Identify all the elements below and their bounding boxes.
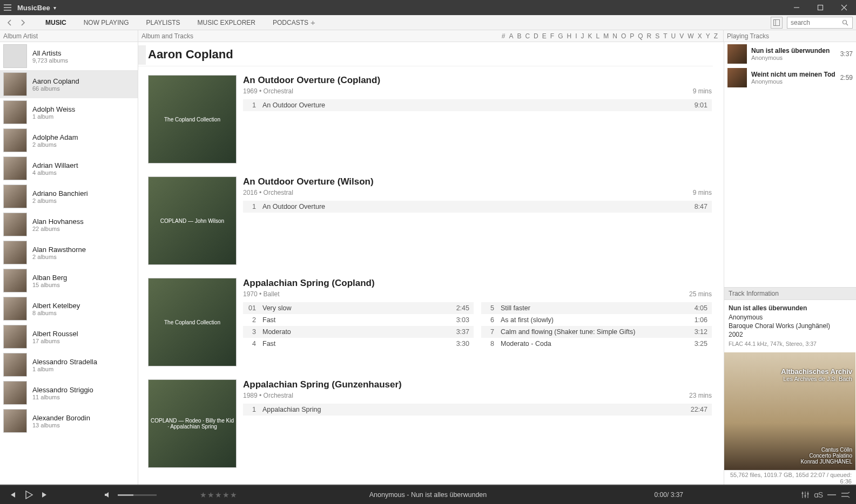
add-tab-button[interactable]: + bbox=[309, 15, 316, 30]
artist-name: Adolph Weiss bbox=[32, 105, 75, 113]
alpha-jump-C[interactable]: C bbox=[525, 32, 530, 40]
track-row[interactable]: 7Calm and flowing (Shaker tune: Simple G… bbox=[481, 326, 712, 338]
shuffle-icon[interactable] bbox=[841, 491, 851, 499]
nav-tab-music[interactable]: MUSIC bbox=[44, 16, 68, 30]
alpha-jump-V[interactable]: V bbox=[679, 32, 684, 40]
artist-row[interactable]: Adrian Willaert 4 albums bbox=[0, 154, 138, 182]
track-row[interactable]: 6As at first (slowly)1:06 bbox=[481, 314, 712, 326]
alpha-jump-Q[interactable]: Q bbox=[638, 32, 643, 40]
album-cover[interactable]: The Copland Collection bbox=[148, 75, 237, 164]
titlebar: MusicBee ▾ bbox=[0, 0, 856, 15]
track-row[interactable]: 5Still faster4:05 bbox=[481, 302, 712, 314]
artist-row[interactable]: Alexander Borodin 13 albums bbox=[0, 407, 138, 435]
layout-toggle-button[interactable] bbox=[771, 17, 783, 29]
progress-bar[interactable] bbox=[0, 485, 856, 486]
artist-row[interactable]: Alban Berg 15 albums bbox=[0, 267, 138, 295]
chevron-down-icon[interactable]: ▾ bbox=[53, 5, 56, 11]
artist-row[interactable]: Alan Rawsthorne 2 albums bbox=[0, 239, 138, 267]
letter-indicator bbox=[138, 45, 146, 65]
track-row[interactable]: 1Appalachian Spring22:47 bbox=[243, 404, 712, 416]
artist-row[interactable]: Alessandro Striggio 11 albums bbox=[0, 379, 138, 407]
album-title[interactable]: An Outdoor Overture (Copland) bbox=[243, 75, 712, 86]
volume-icon[interactable] bbox=[100, 491, 114, 499]
maximize-button[interactable] bbox=[808, 0, 832, 15]
nav-tab-now-playing[interactable]: NOW PLAYING bbox=[83, 16, 130, 30]
artist-row[interactable]: Alessandro Stradella 1 album bbox=[0, 351, 138, 379]
playing-track-row[interactable]: Weint nicht um meinen Tod Anonymous 2:59 bbox=[724, 66, 856, 90]
track-row[interactable]: 1An Outdoor Overture9:01 bbox=[243, 99, 712, 111]
alpha-jump-F[interactable]: F bbox=[550, 32, 554, 40]
back-button[interactable] bbox=[3, 16, 16, 29]
prev-button[interactable] bbox=[5, 491, 19, 499]
alpha-jump-L[interactable]: L bbox=[596, 32, 600, 40]
track-info-artwork[interactable]: Altbachisches Archiv Les Archives de J.S… bbox=[724, 352, 855, 470]
minimize-button[interactable] bbox=[785, 0, 808, 15]
nav-tab-music-explorer[interactable]: MUSIC EXPLORER bbox=[197, 16, 257, 30]
repeat-icon[interactable] bbox=[827, 492, 837, 498]
playing-artist: Anonymous bbox=[751, 55, 837, 61]
alpha-jump-K[interactable]: K bbox=[588, 32, 592, 40]
alpha-jump-W[interactable]: W bbox=[688, 32, 693, 40]
volume-slider[interactable] bbox=[118, 494, 157, 496]
header-album-artist[interactable]: Album Artist bbox=[0, 30, 138, 42]
equalizer-icon[interactable] bbox=[801, 491, 810, 499]
alpha-jump-D[interactable]: D bbox=[534, 32, 538, 40]
artist-row[interactable]: All Artists 9,723 albums bbox=[0, 42, 138, 70]
alpha-jump-A[interactable]: A bbox=[509, 32, 513, 40]
album-cover[interactable]: COPLAND — Rodeo · Billy the Kid · Appala… bbox=[148, 379, 237, 468]
artist-row[interactable]: Albert Roussel 17 albums bbox=[0, 323, 138, 351]
artist-row[interactable]: Aaron Copland 66 albums bbox=[0, 70, 138, 98]
alpha-jump-P[interactable]: P bbox=[630, 32, 634, 40]
next-button[interactable] bbox=[38, 491, 52, 499]
artist-row[interactable]: Albert Ketelbey 8 albums bbox=[0, 295, 138, 323]
menu-icon[interactable] bbox=[0, 4, 15, 11]
alpha-jump-T[interactable]: T bbox=[663, 32, 667, 40]
artist-list[interactable]: All Artists 9,723 albums Aaron Copland 6… bbox=[0, 42, 138, 486]
album-title[interactable]: An Outdoor Overture (Wilson) bbox=[243, 176, 712, 187]
album-cover[interactable]: COPLAND — John Wilson bbox=[148, 176, 237, 265]
nav-tab-playlists[interactable]: PLAYLISTS bbox=[145, 16, 181, 30]
artist-row[interactable]: Adriano Banchieri 2 albums bbox=[0, 182, 138, 210]
alpha-jump-N[interactable]: N bbox=[612, 32, 617, 40]
forward-button[interactable] bbox=[16, 16, 29, 29]
search-box[interactable] bbox=[787, 17, 853, 29]
close-button[interactable] bbox=[832, 0, 856, 15]
album-title[interactable]: Appalachian Spring (Copland) bbox=[243, 278, 712, 289]
now-playing-text[interactable]: Anonymous - Nun ist alles überwunden bbox=[369, 491, 487, 499]
scrobble-icon[interactable]: ɑS bbox=[814, 491, 823, 499]
alpha-jump-Z[interactable]: Z bbox=[714, 32, 718, 40]
album-cover[interactable]: The Copland Collection bbox=[148, 278, 237, 366]
alpha-jump-X[interactable]: X bbox=[698, 32, 702, 40]
alpha-jump-B[interactable]: B bbox=[517, 32, 521, 40]
track-row[interactable]: 2Fast3:03 bbox=[243, 314, 474, 326]
track-row[interactable]: 8Moderato - Coda3:25 bbox=[481, 338, 712, 350]
track-row[interactable]: 4Fast3:30 bbox=[243, 338, 474, 350]
alpha-jump-O[interactable]: O bbox=[621, 32, 626, 40]
alpha-jump-G[interactable]: G bbox=[558, 32, 563, 40]
rating-stars[interactable]: ★★★★★ bbox=[200, 491, 238, 499]
album-title[interactable]: Appalachian Spring (Gunzenhauser) bbox=[243, 379, 712, 390]
alpha-jump-M[interactable]: M bbox=[603, 32, 609, 40]
alpha-jump-I[interactable]: I bbox=[575, 32, 577, 40]
alpha-jump-E[interactable]: E bbox=[542, 32, 547, 40]
playing-track-row[interactable]: Nun ist alles überwunden Anonymous 3:37 bbox=[724, 42, 856, 66]
alpha-jump-#[interactable]: # bbox=[502, 32, 505, 40]
artist-row[interactable]: Adolphe Adam 2 albums bbox=[0, 126, 138, 154]
artist-row[interactable]: Alan Hovhaness 22 albums bbox=[0, 210, 138, 239]
track-row[interactable]: 1An Outdoor Overture8:47 bbox=[243, 201, 712, 213]
alpha-jump-Y[interactable]: Y bbox=[706, 32, 710, 40]
play-button[interactable] bbox=[19, 490, 38, 500]
track-row[interactable]: 01Very slow2:45 bbox=[243, 302, 474, 314]
alpha-jump-H[interactable]: H bbox=[567, 32, 571, 40]
search-icon[interactable] bbox=[839, 19, 851, 26]
artist-row[interactable]: Adolph Weiss 1 album bbox=[0, 98, 138, 126]
nav-tab-podcasts[interactable]: PODCASTS bbox=[272, 16, 309, 30]
track-row[interactable]: 3Moderato3:37 bbox=[243, 326, 474, 338]
alpha-jump-S[interactable]: S bbox=[655, 32, 659, 40]
alpha-jump-R[interactable]: R bbox=[647, 32, 652, 40]
search-input[interactable] bbox=[787, 19, 839, 26]
header-album-tracks: Album and Tracks #ABCDEFGHIJKLMNOPQRSTUV… bbox=[138, 30, 724, 42]
alpha-jump-U[interactable]: U bbox=[671, 32, 676, 40]
alpha-jump-J[interactable]: J bbox=[581, 32, 584, 40]
album-panel[interactable]: Aaron Copland The Copland Collection An … bbox=[138, 42, 724, 486]
